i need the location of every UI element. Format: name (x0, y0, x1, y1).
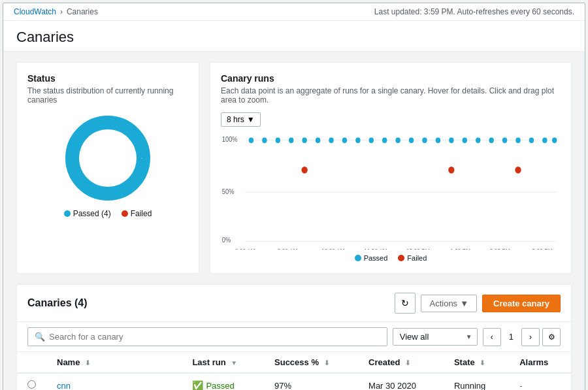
legend-failed: Failed (122, 209, 152, 218)
actions-button[interactable]: Actions ▼ (421, 295, 477, 312)
th-name-label: Name (57, 357, 80, 367)
search-input[interactable] (49, 332, 380, 342)
th-last-run-label: Last run (192, 357, 225, 367)
donut-container: Passed (4) Failed (27, 112, 188, 218)
breadcrumb: CloudWatch › Canaries (14, 7, 98, 16)
svg-point-14 (316, 137, 320, 142)
th-created[interactable]: Created ⬇ (358, 352, 444, 373)
svg-point-29 (515, 137, 520, 142)
svg-point-12 (289, 137, 293, 142)
chart-legend: Passed Failed (221, 254, 561, 262)
page-title: Canaries (16, 29, 572, 46)
svg-text:0%: 0% (222, 236, 231, 244)
svg-text:50%: 50% (222, 188, 235, 196)
table-header: Canaries (4) ↻ Actions ▼ Create canary (17, 285, 571, 322)
row-radio-0[interactable] (17, 373, 46, 390)
svg-point-17 (355, 137, 360, 142)
time-selector-arrow: ▼ (247, 115, 255, 124)
canary-runs-panel: Canary runs Each data point is an aggreg… (210, 62, 572, 274)
th-success-pct-sort-icon: ⬇ (324, 359, 329, 366)
th-success-pct[interactable]: Success % ⬇ (264, 352, 358, 373)
row-name-0: cnn (46, 373, 182, 390)
svg-point-13 (302, 137, 306, 142)
next-page-button[interactable]: › (521, 328, 540, 346)
canary-runs-chart: 100% 50% 0% (221, 132, 561, 250)
breadcrumb-separator: › (60, 7, 63, 16)
search-box[interactable]: 🔍 (27, 327, 387, 346)
row-alarms-0: - (509, 373, 571, 390)
th-select (17, 352, 46, 373)
filter-bar: 🔍 View all ▼ ‹ 1 › ⚙ (17, 322, 571, 352)
row-created-0: Mar 30 2020 (358, 373, 444, 390)
row-success-pct-0: 97% (264, 373, 358, 390)
time-selector-button[interactable]: 8 hrs ▼ (221, 112, 261, 127)
canary-runs-subtitle: Each data point is an aggregate of runs … (221, 86, 561, 105)
svg-point-22 (422, 137, 427, 142)
svg-point-34 (448, 167, 454, 174)
svg-text:9:00 AM: 9:00 AM (278, 248, 298, 250)
th-state-sort-icon: ⬇ (480, 359, 485, 366)
svg-point-26 (476, 137, 480, 142)
create-canary-button[interactable]: Create canary (482, 295, 561, 312)
canary-link-0[interactable]: cnn (57, 381, 71, 391)
data-table: Name ⬇ Last run ▼ Success % ⬇ Created (17, 352, 571, 390)
th-last-run[interactable]: Last run ▼ (182, 352, 264, 373)
settings-button[interactable]: ⚙ (542, 328, 561, 346)
breadcrumb-home[interactable]: CloudWatch (14, 7, 56, 16)
svg-point-23 (436, 137, 440, 142)
chart-legend-dot-failed (398, 255, 404, 261)
svg-point-10 (262, 137, 267, 142)
svg-point-21 (409, 137, 414, 142)
th-alarms: Alarms (509, 352, 571, 373)
svg-point-27 (489, 137, 493, 142)
row-state-0: Running (444, 373, 509, 390)
canaries-table-title: Canaries (4) (27, 297, 88, 309)
chart-legend-passed: Passed (355, 254, 388, 262)
svg-point-19 (382, 137, 387, 142)
pagination: ‹ 1 › ⚙ (483, 328, 561, 346)
legend-dot-passed (64, 210, 71, 217)
chart-legend-dot-passed (355, 255, 361, 261)
page-header: Canaries (3, 21, 585, 52)
last-updated-text: Last updated: 3:59 PM. Auto-refreshes ev… (374, 7, 574, 16)
th-created-label: Created (368, 357, 400, 367)
svg-point-9 (249, 137, 253, 142)
th-last-run-sort-icon: ▼ (231, 359, 237, 366)
row-last-run-0: ✅ Passed (182, 373, 264, 390)
view-select[interactable]: View all (393, 328, 478, 346)
svg-point-11 (276, 137, 280, 142)
th-created-sort-icon: ⬇ (405, 359, 410, 366)
last-run-value-0: Passed (206, 381, 234, 391)
chart-controls: 8 hrs ▼ (221, 112, 561, 127)
svg-point-16 (342, 137, 347, 142)
chart-legend-failed-label: Failed (407, 254, 427, 262)
radio-input-0[interactable] (27, 380, 36, 389)
canary-runs-title: Canary runs (221, 73, 561, 84)
svg-point-25 (463, 137, 467, 142)
top-panels: Status The status distribution of curren… (16, 62, 572, 274)
th-state[interactable]: State ⬇ (444, 352, 509, 373)
svg-point-18 (369, 137, 374, 142)
svg-point-28 (502, 137, 507, 142)
check-icon-0: ✅ (192, 380, 203, 390)
svg-text:10:00 AM: 10:00 AM (321, 248, 344, 250)
page-number: 1 (504, 332, 519, 342)
refresh-button[interactable]: ↻ (395, 293, 416, 314)
main-content: Status The status distribution of curren… (3, 52, 585, 390)
table-row: cnn ✅ Passed 97% Mar 30 2020 Running - (17, 373, 571, 390)
search-icon: 🔍 (35, 332, 45, 342)
status-panel: Status The status distribution of curren… (16, 62, 199, 274)
view-all-wrapper: View all ▼ (393, 328, 478, 346)
svg-point-31 (542, 137, 547, 142)
th-name[interactable]: Name ⬇ (46, 352, 182, 373)
prev-page-button[interactable]: ‹ (483, 328, 501, 346)
svg-point-20 (395, 137, 400, 142)
svg-text:100%: 100% (222, 135, 238, 143)
actions-label: Actions (429, 299, 457, 308)
topbar: CloudWatch › Canaries Last updated: 3:59… (3, 3, 585, 21)
donut-chart (62, 112, 154, 204)
table-actions-group: ↻ Actions ▼ Create canary (395, 293, 561, 314)
donut-legend: Passed (4) Failed (64, 209, 152, 218)
th-name-sort-icon: ⬇ (85, 359, 90, 366)
svg-text:12:00 PM: 12:00 PM (406, 248, 430, 250)
